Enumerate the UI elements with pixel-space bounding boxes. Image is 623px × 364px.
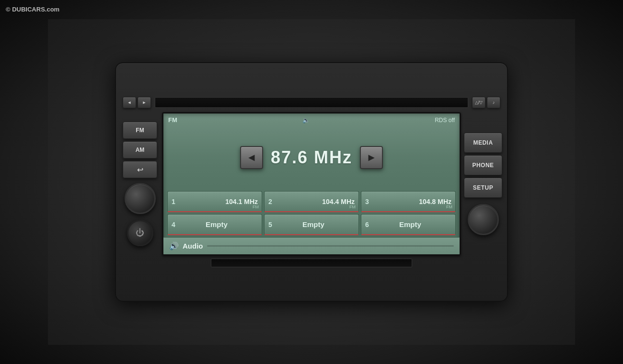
media-button[interactable]: MEDIA	[464, 133, 502, 153]
audio-icon: 🔊	[169, 241, 179, 250]
speaker-icon: 🔈	[302, 117, 310, 124]
preset-5-number: 5	[268, 221, 272, 228]
right-knob[interactable]	[468, 204, 499, 235]
top-left-buttons: ◄ ►	[123, 97, 151, 108]
bottom-area	[121, 259, 502, 267]
audio-progress-bar	[207, 245, 454, 247]
fm-button[interactable]: FM	[123, 122, 157, 139]
phone-button[interactable]: PHONE	[464, 155, 502, 175]
preset-6-number: 6	[365, 221, 369, 228]
presets-grid: 1 104.1 MHz FM 2 104.4 MHz FM 3 104.8 MH…	[163, 189, 460, 237]
preset-4-button[interactable]: 4 Empty	[167, 214, 262, 235]
radio-unit: ◄ ► △/▽ ♪ FM AM ↩ ⏻	[115, 62, 508, 302]
top-strip: ◄ ► △/▽ ♪	[121, 97, 502, 108]
audio-bar: 🔊 Audio	[163, 237, 460, 254]
right-panel: MEDIA PHONE SETUP	[464, 133, 502, 235]
setup-button[interactable]: SETUP	[464, 178, 502, 198]
screen: FM 🔈 RDS off ◄ 87.6 MHz ► 1 104.1 MHz	[162, 112, 461, 256]
up-down-button[interactable]: △/▽	[472, 97, 485, 108]
preset-3-button[interactable]: 3 104.8 MHz FM	[361, 191, 456, 212]
prev-track-button[interactable]: ◄	[123, 97, 136, 108]
right-side-buttons: MEDIA PHONE SETUP	[464, 133, 502, 198]
preset-3-number: 3	[365, 198, 369, 205]
preset-5-empty: Empty	[272, 220, 355, 228]
preset-2-button[interactable]: 2 104.4 MHz FM	[264, 191, 359, 212]
am-button[interactable]: AM	[123, 141, 157, 159]
screen-top-bar: FM 🔈 RDS off	[163, 114, 460, 125]
note-button[interactable]: ♪	[487, 97, 500, 108]
preset-6-empty: Empty	[369, 220, 451, 228]
main-content: FM AM ↩ ⏻ FM 🔈 RDS off ◄	[121, 112, 502, 256]
screen-mode: FM	[168, 116, 177, 124]
preset-2-number: 2	[268, 198, 272, 205]
power-button[interactable]: ⏻	[127, 220, 153, 246]
left-knob-area: FM AM ↩	[121, 122, 159, 178]
back-button[interactable]: ↩	[123, 161, 157, 178]
preset-2-band: FM	[349, 205, 356, 209]
cd-slot	[155, 97, 468, 108]
freq-prev-button[interactable]: ◄	[240, 146, 263, 169]
preset-5-button[interactable]: 5 Empty	[264, 214, 359, 235]
frequency-display-text: 87.6 MHz	[271, 148, 352, 168]
left-knob[interactable]	[125, 183, 156, 214]
preset-3-band: FM	[446, 205, 452, 209]
left-panel: FM AM ↩ ⏻	[121, 122, 159, 246]
preset-1-number: 1	[172, 198, 175, 205]
watermark: © DUBICARS.com	[6, 6, 59, 13]
preset-1-button[interactable]: 1 104.1 MHz FM	[167, 191, 262, 212]
cd-insert-slot	[211, 259, 412, 267]
freq-next-button[interactable]: ►	[360, 146, 383, 169]
preset-4-number: 4	[172, 221, 175, 228]
top-right-buttons: △/▽ ♪	[472, 97, 500, 108]
preset-1-band: FM	[253, 205, 259, 209]
preset-6-button[interactable]: 6 Empty	[361, 214, 456, 235]
frequency-display: ◄ 87.6 MHz ►	[163, 125, 460, 189]
scene: ◄ ► △/▽ ♪ FM AM ↩ ⏻	[48, 19, 575, 345]
preset-4-empty: Empty	[175, 220, 258, 228]
audio-label: Audio	[183, 242, 203, 250]
next-track-button[interactable]: ►	[138, 97, 151, 108]
rds-status: RDS off	[435, 117, 455, 124]
